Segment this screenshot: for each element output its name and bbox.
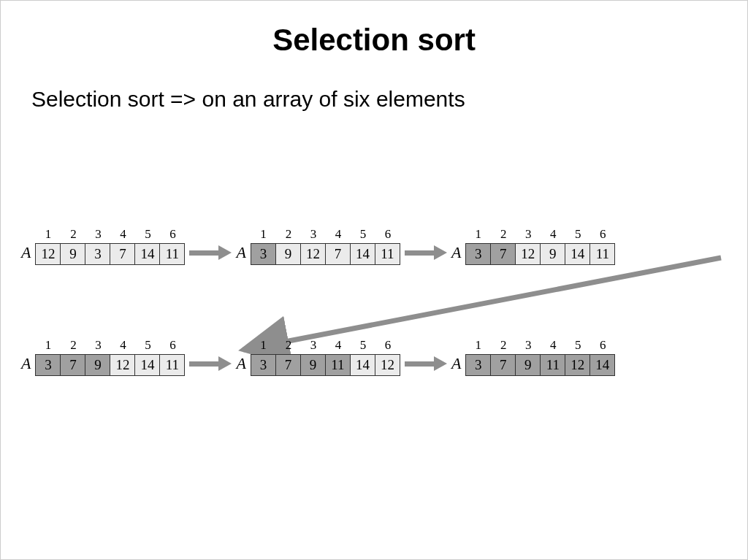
array-cell: 7 (60, 354, 85, 376)
array-cell: 12 (300, 243, 326, 265)
array-cell: 9 (300, 354, 326, 376)
array-cell: 11 (375, 243, 400, 265)
array-step-6: A 13 27 39 411 512 614 (451, 338, 615, 376)
array-cell: 14 (350, 243, 375, 265)
array-cell: 11 (589, 243, 615, 265)
page-subtitle: Selection sort => on an array of six ele… (1, 58, 747, 112)
sort-diagram: A 112 29 33 47 514 611 A 13 29 312 47 51… (21, 227, 730, 449)
array-cell: 14 (134, 243, 160, 265)
array-cell: 7 (325, 243, 351, 265)
diagram-row: A 13 27 39 412 514 611 A 13 27 39 411 51… (21, 338, 730, 376)
array-cell: 12 (565, 354, 590, 376)
arrow-right-icon (189, 242, 232, 264)
array-cell: 11 (159, 243, 185, 265)
array-cell: 9 (515, 354, 541, 376)
array-cell: 7 (490, 243, 516, 265)
array-label: A (21, 243, 31, 265)
array-cell: 3 (465, 354, 491, 376)
array-cell: 9 (85, 354, 110, 376)
page-title: Selection sort (1, 1, 747, 58)
arrow-right-icon (405, 242, 447, 264)
array-cell: 12 (515, 243, 541, 265)
array-step-1: A 112 29 33 47 514 611 (21, 227, 185, 265)
array-cell: 3 (85, 243, 110, 265)
svg-line-0 (243, 258, 721, 350)
array-cell: 14 (134, 354, 160, 376)
array-step-4: A 13 27 39 412 514 611 (21, 338, 185, 376)
array-cell: 7 (275, 354, 301, 376)
array-step-2: A 13 29 312 47 514 611 (236, 227, 400, 265)
array-cell: 9 (540, 243, 565, 265)
array-label: A (236, 243, 245, 265)
array-label: A (451, 354, 461, 376)
array-label: A (236, 354, 245, 376)
array-cell: 7 (490, 354, 516, 376)
array-cell: 11 (540, 354, 565, 376)
array-cell: 9 (60, 243, 85, 265)
array-step-3: A 13 27 312 49 514 611 (451, 227, 615, 265)
array-cell: 3 (465, 243, 491, 265)
diagram-row: A 112 29 33 47 514 611 A 13 29 312 47 51… (21, 227, 730, 265)
array-cell: 12 (35, 243, 61, 265)
array-cell: 12 (110, 354, 135, 376)
arrow-right-icon (405, 353, 447, 375)
array-label: A (451, 243, 461, 265)
array-step-5: A 13 27 39 411 514 612 (236, 338, 400, 376)
array-cell: 3 (35, 354, 61, 376)
array-cell: 14 (565, 243, 590, 265)
array-cell: 11 (159, 354, 185, 376)
array-cell: 14 (589, 354, 615, 376)
array-cell: 7 (110, 243, 135, 265)
array-cell: 9 (275, 243, 301, 265)
array-cell: 3 (251, 354, 276, 376)
arrow-right-icon (189, 353, 232, 375)
array-cell: 14 (350, 354, 375, 376)
array-cell: 3 (251, 243, 276, 265)
array-cell: 12 (375, 354, 400, 376)
array-cell: 11 (325, 354, 351, 376)
array-label: A (21, 354, 31, 376)
